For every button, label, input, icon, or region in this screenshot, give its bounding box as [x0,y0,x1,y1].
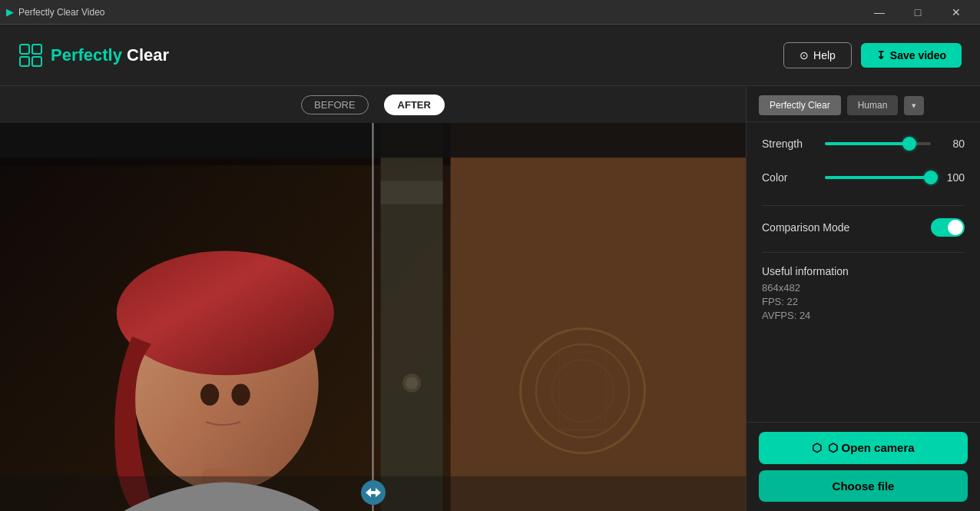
useful-info-section: Useful information 864x482 FPS: 22 AVFPS… [762,265,965,321]
app-icon: ▶ [6,6,14,18]
svg-point-17 [231,383,250,405]
svg-rect-2 [20,57,29,66]
comparison-mode-row: Comparison Mode [762,218,965,237]
video-area: BEFORE AFTER [0,86,746,511]
color-control-row: Color 100 [762,171,965,184]
main-content: BEFORE AFTER [0,86,980,511]
strength-slider-fill [825,142,909,145]
app-header: Perfectly Clear ⊙ Help ↧ Save video [0,25,980,86]
strength-value: 80 [940,138,965,150]
video-canvas [0,123,746,511]
svg-rect-1 [32,45,41,54]
choose-file-button[interactable]: Choose file [759,470,968,502]
header-buttons: ⊙ Help ↧ Save video [783,42,962,68]
color-slider-thumb[interactable] [924,171,938,184]
useful-info-title: Useful information [762,265,965,277]
avfps-info: AVFPS: 24 [762,310,965,321]
video-scene [0,123,746,511]
titlebar-controls: — □ ✕ [862,0,974,25]
svg-point-15 [117,251,334,376]
resolution-info: 864x482 [762,282,965,294]
color-slider-track [825,176,931,179]
minimize-button[interactable]: — [862,0,897,25]
preset-tabs-row: Perfectly Clear Human ▾ [759,95,968,115]
preset-tab-perfectly-clear[interactable]: Perfectly Clear [759,95,841,115]
logo-icon [18,43,43,68]
titlebar-title: Perfectly Clear Video [18,7,105,18]
save-icon: ↧ [876,49,886,61]
toggle-knob [948,220,963,235]
svg-point-22 [406,377,418,389]
comparison-mode-label: Comparison Mode [762,221,849,234]
controls-area: Strength 80 Color 100 Comparison Mod [747,122,980,422]
color-slider-fill [825,176,931,179]
svg-marker-35 [366,488,381,497]
titlebar-left: ▶ Perfectly Clear Video [6,6,105,18]
before-label[interactable]: BEFORE [301,95,368,114]
panel-divider-1 [762,205,965,206]
save-video-button[interactable]: ↧ Save video [861,43,962,68]
info-divider [762,252,965,253]
svg-rect-0 [20,45,29,54]
help-button[interactable]: ⊙ Help [783,42,852,68]
logo: Perfectly Clear [18,43,169,68]
after-label[interactable]: AFTER [384,95,445,115]
preset-tabs-area: Perfectly Clear Human ▾ [747,86,980,122]
bottom-buttons: ⬡ ⬡ Open camera Choose file [747,422,980,511]
camera-icon: ⬡ [812,441,822,455]
svg-rect-20 [381,181,443,204]
strength-control-row: Strength 80 [762,138,965,150]
svg-point-16 [200,383,219,405]
svg-rect-23 [451,123,746,511]
preset-tab-more[interactable]: ▾ [904,96,924,115]
strength-label: Strength [762,138,816,150]
svg-rect-3 [32,57,41,66]
color-label: Color [762,171,816,184]
titlebar: ▶ Perfectly Clear Video — □ ✕ [0,0,980,25]
fps-info: FPS: 22 [762,296,965,307]
right-panel: Perfectly Clear Human ▾ Strength 80 Colo… [746,86,980,511]
video-toolbar: BEFORE AFTER [0,86,746,123]
strength-slider-thumb[interactable] [902,137,916,151]
open-camera-button[interactable]: ⬡ ⬡ Open camera [759,432,968,464]
split-handle-icon [366,486,381,499]
help-icon: ⊙ [800,49,809,61]
maximize-button[interactable]: □ [900,0,935,25]
split-handle[interactable] [361,480,386,505]
strength-slider-track [825,142,931,145]
comparison-mode-toggle[interactable] [931,218,965,237]
color-value: 100 [940,171,965,184]
preset-tab-human[interactable]: Human [847,95,899,115]
close-button[interactable]: ✕ [939,0,974,25]
logo-text: Perfectly Clear [51,45,169,65]
